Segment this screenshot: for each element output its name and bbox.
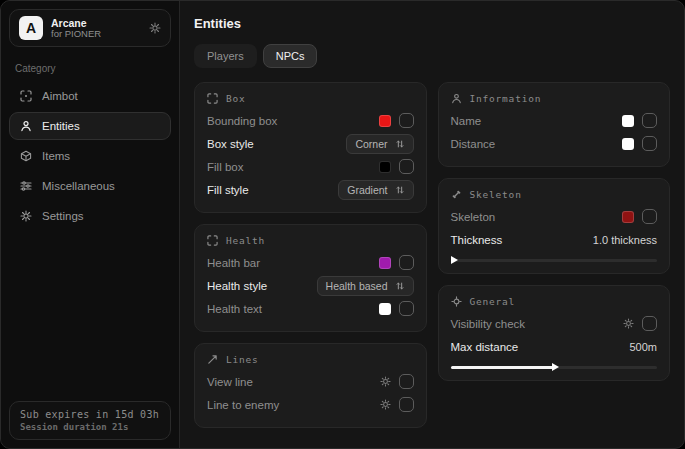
row-label: Max distance <box>451 341 519 353</box>
fill-style-dropdown[interactable]: Gradient <box>338 180 413 200</box>
sidebar-item-label: Entities <box>42 120 80 132</box>
line-to-enemy-checkbox[interactable] <box>399 397 414 412</box>
sidebar-item-settings[interactable]: Settings <box>9 202 171 230</box>
name-checkbox[interactable] <box>642 113 657 128</box>
color-swatch[interactable] <box>622 138 634 150</box>
view-line-checkbox[interactable] <box>399 374 414 389</box>
row-label: Line to enemy <box>207 399 279 411</box>
row-name: Name <box>451 109 658 132</box>
gear-icon[interactable] <box>149 22 161 34</box>
scan-brackets-icon <box>207 93 218 104</box>
card-lines-header: Lines <box>207 354 414 365</box>
main-panel: Entities Players NPCs Box Bounding box <box>180 1 684 448</box>
row-health-style: Health style Health based <box>207 274 414 297</box>
session-duration-text: Session duration 21s <box>20 422 160 432</box>
thickness-value: 1.0 thickness <box>593 234 657 246</box>
dropdown-value: Health based <box>326 280 388 292</box>
card-health-header: Health <box>207 235 414 246</box>
row-health-text: Health text <box>207 297 414 320</box>
card-general: General Visibility check Max distance <box>438 285 671 381</box>
row-max-distance: Max distance 500m <box>451 335 658 358</box>
app-subtitle: for PIONER <box>51 29 101 40</box>
card-title: General <box>470 296 516 307</box>
sidebar-item-label: Miscellaneous <box>42 180 115 192</box>
dropdown-value: Corner <box>355 138 387 150</box>
row-label: Distance <box>451 138 496 150</box>
row-label: Fill box <box>207 161 243 173</box>
color-swatch[interactable] <box>622 115 634 127</box>
row-fill-style: Fill style Gradient <box>207 178 414 201</box>
distance-checkbox[interactable] <box>642 136 657 151</box>
items-icon <box>20 150 32 162</box>
gear-icon[interactable] <box>380 399 391 410</box>
dropdown-value: Gradient <box>347 184 387 196</box>
card-lines: Lines View line Line to enemy <box>194 343 427 428</box>
tab-players[interactable]: Players <box>194 44 257 68</box>
card-information-header: Information <box>451 93 658 104</box>
max-distance-value: 500m <box>629 341 657 353</box>
swap-vertical-icon <box>395 139 405 149</box>
row-label: Bounding box <box>207 115 277 127</box>
row-label: View line <box>207 376 253 388</box>
max-distance-slider[interactable] <box>451 366 658 369</box>
card-title: Information <box>470 93 542 104</box>
row-label: Visibility check <box>451 318 526 330</box>
box-style-dropdown[interactable]: Corner <box>346 134 413 154</box>
sliders-icon <box>20 180 32 192</box>
sidebar-nav: Aimbot Entities Items Miscellaneous <box>9 82 171 230</box>
color-swatch[interactable] <box>622 211 634 223</box>
swap-vertical-icon <box>395 185 405 195</box>
sidebar-item-aimbot[interactable]: Aimbot <box>9 82 171 110</box>
card-general-header: General <box>451 296 658 307</box>
visibility-check-checkbox[interactable] <box>642 316 657 331</box>
health-text-checkbox[interactable] <box>399 301 414 316</box>
category-label: Category <box>15 63 165 74</box>
left-column: Box Bounding box Box style Corner <box>194 82 427 428</box>
thickness-slider[interactable] <box>451 259 658 262</box>
fill-box-checkbox[interactable] <box>399 159 414 174</box>
gear-icon[interactable] <box>380 376 391 387</box>
slider-handle[interactable] <box>451 256 458 264</box>
row-thickness: Thickness 1.0 thickness <box>451 228 658 251</box>
app-name: Arcane <box>51 17 101 29</box>
health-style-dropdown[interactable]: Health based <box>317 276 414 296</box>
brand-text: Arcane for PIONER <box>51 17 101 40</box>
color-swatch[interactable] <box>379 115 391 127</box>
row-label: Health style <box>207 280 267 292</box>
card-information: Information Name Distance <box>438 82 671 167</box>
row-view-line: View line <box>207 370 414 393</box>
card-title: Skeleton <box>470 189 522 200</box>
skeleton-checkbox[interactable] <box>642 209 657 224</box>
sidebar-item-entities[interactable]: Entities <box>9 112 171 140</box>
sidebar-item-label: Settings <box>42 210 84 222</box>
row-label: Fill style <box>207 184 249 196</box>
color-swatch[interactable] <box>379 257 391 269</box>
row-distance: Distance <box>451 132 658 155</box>
app-window: A Arcane for PIONER Category Aimbot <box>0 0 685 449</box>
sidebar-item-miscellaneous[interactable]: Miscellaneous <box>9 172 171 200</box>
sidebar: A Arcane for PIONER Category Aimbot <box>1 1 180 448</box>
row-visibility-check: Visibility check <box>451 312 658 335</box>
sidebar-item-label: Aimbot <box>42 90 78 102</box>
line-diagonal-icon <box>207 354 218 365</box>
row-label: Thickness <box>451 234 503 246</box>
row-line-to-enemy: Line to enemy <box>207 393 414 416</box>
slider-handle[interactable] <box>552 363 559 371</box>
sidebar-item-items[interactable]: Items <box>9 142 171 170</box>
entities-icon <box>20 120 32 132</box>
gear-icon[interactable] <box>623 318 634 329</box>
settings-grid: Box Bounding box Box style Corner <box>194 82 670 428</box>
health-bar-checkbox[interactable] <box>399 255 414 270</box>
subscription-info: Sub expires in 15d 03h Session duration … <box>9 401 171 440</box>
bounding-box-checkbox[interactable] <box>399 113 414 128</box>
swap-vertical-icon <box>395 281 405 291</box>
sidebar-item-label: Items <box>42 150 70 162</box>
card-skeleton: Skeleton Skeleton Thickness 1.0 thicknes… <box>438 178 671 274</box>
color-swatch[interactable] <box>379 161 391 173</box>
tab-npcs[interactable]: NPCs <box>263 44 318 68</box>
row-label: Box style <box>207 138 254 150</box>
color-swatch[interactable] <box>379 303 391 315</box>
app-logo: A <box>19 16 43 40</box>
aimbot-icon <box>20 90 32 102</box>
slider-fill <box>451 366 554 369</box>
